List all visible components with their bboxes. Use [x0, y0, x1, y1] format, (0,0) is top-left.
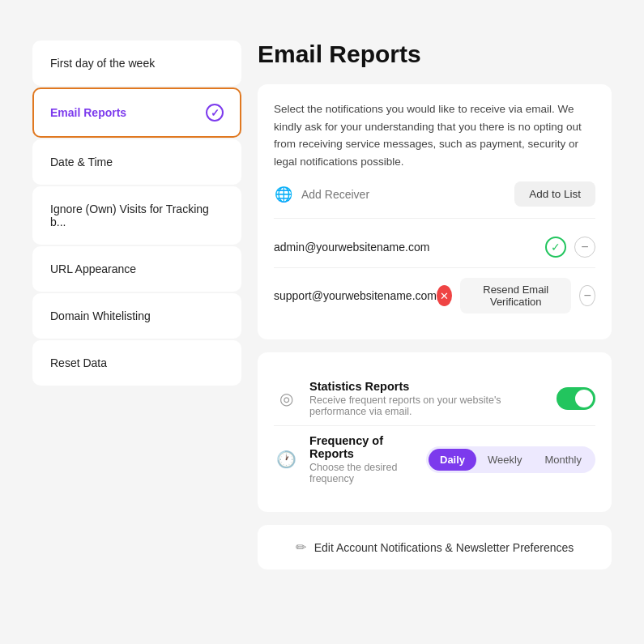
freq-monthly-button[interactable]: Monthly	[533, 449, 593, 471]
stats-text-block: Statistics Reports Receive frequent repo…	[309, 380, 545, 417]
sidebar-item-label: URL Appearance	[50, 262, 136, 275]
edit-account-card[interactable]: ✏ Edit Account Notifications & Newslette…	[258, 525, 612, 569]
edit-account-text: Edit Account Notifications & Newsletter …	[314, 541, 574, 554]
sidebar-item-reset-data[interactable]: Reset Data	[32, 340, 241, 386]
sidebar-item-label: Date & Time	[50, 156, 113, 168]
frequency-row: 🕐 Frequency of Reports Choose the desire…	[274, 425, 595, 496]
remove-email-admin-button[interactable]: −	[574, 237, 595, 258]
verified-icon: ✓	[545, 237, 566, 258]
add-to-list-button[interactable]: Add to List	[514, 181, 595, 207]
add-receiver-row: 🌐 Add to List	[274, 170, 595, 210]
sidebar-item-date-time[interactable]: Date & Time	[32, 139, 241, 185]
freq-weekly-button[interactable]: Weekly	[476, 449, 533, 471]
main-content: Email Reports Select the notifications y…	[258, 41, 612, 636]
description-text: Select the notifications you would like …	[274, 100, 595, 170]
divider-1	[274, 218, 595, 219]
description-card: Select the notifications you would like …	[258, 84, 612, 339]
sidebar-item-label: Email Reports	[50, 106, 126, 119]
globe-icon: 🌐	[274, 185, 293, 204]
add-receiver-left: 🌐	[274, 185, 463, 204]
resend-verification-button[interactable]: Resend Email Verification	[460, 278, 571, 313]
frequency-buttons: Daily Weekly Monthly	[426, 446, 595, 473]
freq-title: Frequency of Reports	[309, 434, 415, 460]
email-row-admin-right: ✓ −	[545, 237, 595, 258]
frequency-text-block: Frequency of Reports Choose the desired …	[309, 434, 415, 484]
clock-icon: 🕐	[274, 447, 298, 471]
sidebar-item-email-reports[interactable]: Email Reports ✓	[32, 87, 241, 138]
active-check-icon: ✓	[206, 104, 224, 122]
statistics-reports-toggle[interactable]	[557, 387, 595, 410]
stats-row: ◎ Statistics Reports Receive frequent re…	[274, 369, 595, 425]
email-row-admin: admin@yourwebsitename.com ✓ −	[274, 227, 595, 267]
add-receiver-input[interactable]	[301, 188, 463, 201]
unverified-icon: ✕	[437, 285, 452, 306]
page-title: Email Reports	[258, 41, 612, 68]
page-container: First day of the week Email Reports ✓ Da…	[16, 16, 628, 644]
email-address-admin: admin@yourwebsitename.com	[274, 241, 429, 254]
sidebar-item-label: Ignore (Own) Visits for Tracking b...	[50, 203, 209, 228]
sidebar-item-first-day[interactable]: First day of the week	[32, 41, 241, 86]
freq-daily-button[interactable]: Daily	[429, 449, 476, 471]
toggle-knob	[575, 390, 593, 407]
pencil-icon: ✏	[296, 540, 306, 555]
statistics-reports-card: ◎ Statistics Reports Receive frequent re…	[258, 352, 612, 512]
sidebar-item-url-appearance[interactable]: URL Appearance	[32, 246, 241, 292]
sidebar-item-domain-whitelisting[interactable]: Domain Whitelisting	[32, 293, 241, 339]
remove-email-support-button[interactable]: −	[579, 285, 595, 306]
stats-title: Statistics Reports	[309, 380, 545, 393]
sidebar-item-ignore-visits[interactable]: Ignore (Own) Visits for Tracking b...	[32, 186, 241, 245]
email-row-support: support@yourwebsitename.com ✕ Resend Ema…	[274, 267, 595, 323]
email-address-support: support@yourwebsitename.com	[274, 289, 437, 302]
freq-subtitle: Choose the desired frequency	[309, 462, 415, 484]
sidebar-item-label: First day of the week	[50, 57, 155, 70]
stats-subtitle: Receive frequent reports on your website…	[309, 395, 545, 417]
sidebar: First day of the week Email Reports ✓ Da…	[32, 41, 241, 636]
sidebar-item-label: Reset Data	[50, 356, 107, 369]
sidebar-item-label: Domain Whitelisting	[50, 309, 151, 322]
email-row-support-right: ✕ Resend Email Verification −	[437, 278, 595, 313]
stats-chart-icon: ◎	[274, 386, 298, 411]
